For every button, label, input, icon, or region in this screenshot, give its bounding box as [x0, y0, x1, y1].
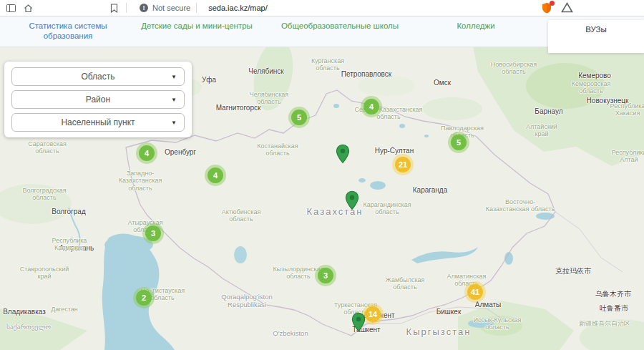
map-label-city: Волгоград	[52, 208, 85, 216]
bookmark-icon[interactable]	[107, 1, 120, 14]
chevron-down-icon: ▼	[171, 97, 177, 103]
cluster-marker-yellow[interactable]: 21	[392, 154, 414, 175]
info-icon[interactable]: !	[140, 4, 148, 12]
map-label-city: Петропавловск	[341, 70, 391, 79]
map-label-region: Дагестан	[43, 306, 86, 313]
cluster-marker-green[interactable]: 3	[142, 223, 164, 244]
cluster-marker-yellow[interactable]: 41	[464, 281, 486, 303]
chevron-down-icon: ▼	[171, 120, 177, 126]
security-label[interactable]: Not secure	[152, 4, 190, 12]
map-label-city: Караганда	[413, 186, 447, 195]
cluster-marker-green[interactable]: 3	[315, 265, 336, 286]
map-label-region: Жамбылская область	[379, 276, 432, 291]
map-label-region: Карагандинская область	[354, 201, 420, 216]
settlement-dropdown-label: Населенный пункт	[61, 117, 135, 127]
pin-marker[interactable]	[351, 312, 366, 332]
map-label-region: Республика Калмыкия	[40, 237, 99, 252]
extension-badge	[550, 1, 555, 6]
map-label-city: Нур-Султан	[375, 147, 414, 155]
browser-chrome: ! Not secure seda.iac.kz/map/	[0, 0, 644, 16]
district-dropdown-label: Район	[86, 94, 110, 104]
cluster-count: 41	[467, 284, 483, 300]
cluster-marker-green[interactable]: 4	[361, 96, 382, 117]
map-label-city: Барнаул	[535, 107, 562, 116]
tab-label: ВУЗы	[585, 25, 607, 34]
map-label-region: Республика Алтай	[604, 149, 644, 164]
settlement-dropdown[interactable]: Населенный пункт ▼	[11, 113, 185, 132]
map-label-region: Республика Хакасия	[601, 102, 644, 117]
map-label-foreign: O'zbekiston	[273, 330, 308, 338]
tab-label: Детские сады и мини-центры	[141, 21, 253, 30]
map-label-region: Курганская область	[303, 57, 353, 72]
map-filter-panel: Область ▼ Район ▼ Населенный пункт ▼	[4, 62, 192, 137]
url-text[interactable]: seda.iac.kz/map/	[208, 4, 268, 12]
map-canvas[interactable]: УфаЧелябинскПетропавловскОмскКемеровоНов…	[0, 0, 644, 350]
chevron-down-icon: ▼	[171, 74, 177, 80]
map-label-region: Волгоградская область	[14, 187, 75, 202]
map-label-city: 吐鲁番市	[600, 304, 628, 313]
map-label-region: Алтайский край	[520, 123, 563, 138]
cluster-count: 4	[208, 167, 223, 183]
cluster-count: 21	[395, 157, 411, 172]
address-divider	[126, 3, 127, 13]
adblock-shield-icon[interactable]	[541, 2, 552, 14]
cluster-count: 5	[291, 110, 307, 125]
sidebar-icon[interactable]	[4, 1, 17, 14]
cluster-marker-green[interactable]: 5	[448, 132, 469, 153]
cluster-marker-green[interactable]: 4	[205, 165, 226, 186]
address-divider	[196, 3, 197, 13]
map-label-region: Восточно-Казахстанская область	[484, 198, 556, 213]
map-label-foreign: Qoraqalpog'iston Respublikasi	[208, 293, 286, 309]
tab-colleges[interactable]: Колледжи	[440, 21, 512, 31]
map-label-region: 新疆维吾尔自治区	[579, 320, 630, 327]
map-label-city: Владикавказ	[3, 308, 46, 316]
map-label-region: Саратовская область	[19, 140, 75, 155]
cluster-marker-green[interactable]: 5	[288, 107, 310, 128]
map-label-city: 克拉玛依市	[555, 267, 591, 276]
region-dropdown-label: Область	[81, 72, 114, 82]
map-label-region: Иссык-Кульская область	[464, 316, 532, 331]
tab-universities-active[interactable]: ВУЗы	[548, 20, 644, 53]
tab-label: Колледжи	[457, 21, 494, 30]
map-label-city: Бишкек	[436, 308, 462, 316]
map-label-city: 乌鲁木齐市	[595, 290, 631, 298]
site-nav-bar: Статистика системы образования Детские с…	[0, 16, 644, 47]
map-label-region: Челябинская область	[240, 91, 298, 106]
district-dropdown[interactable]: Район ▼	[11, 90, 185, 109]
cluster-count: 3	[145, 225, 161, 241]
region-dropdown[interactable]: Область ▼	[11, 67, 185, 86]
pin-marker[interactable]	[345, 190, 359, 210]
tab-kindergartens[interactable]: Детские сады и мини-центры	[140, 21, 254, 31]
cluster-marker-green[interactable]: 2	[133, 287, 155, 308]
map-label-foreign: საქართველო	[6, 324, 51, 331]
map-label-region: Кемеровская область	[562, 80, 620, 95]
cluster-count: 2	[136, 290, 152, 306]
tab-label: Статистика системы образования	[29, 21, 107, 40]
map-marker-layer: УфаЧелябинскПетропавловскОмскКемеровоНов…	[0, 0, 644, 350]
map-label-region: Актюбинская область	[212, 208, 270, 223]
map-label-city: Кемерово	[578, 72, 611, 80]
map-label-city: Оренбург	[165, 148, 196, 157]
page: УфаЧелябинскПетропавловскОмскКемеровоНов…	[0, 0, 644, 350]
map-label-city: Челябинск	[248, 67, 283, 76]
tab-education-statistics[interactable]: Статистика системы образования	[21, 21, 114, 42]
extension-triangle-icon[interactable]	[561, 4, 572, 13]
map-label-city: Астрахань	[59, 244, 94, 253]
map-label-country: Кыргызстан	[406, 327, 472, 338]
cluster-count: 3	[318, 268, 333, 283]
map-label-region: Новосибирская область	[480, 61, 548, 76]
map-label-city: Омск	[434, 79, 451, 87]
map-label-region: Западно-Казахстанская область	[107, 170, 175, 192]
map-label-city: Магнитогорск	[216, 104, 261, 112]
map-label-city: Уфа	[202, 76, 216, 84]
home-icon[interactable]	[21, 1, 34, 14]
cluster-marker-green[interactable]: 4	[136, 142, 157, 164]
pin-marker[interactable]	[336, 144, 350, 164]
map-label-city: Новокузнецк	[587, 97, 629, 105]
map-label-region: Ставропольский край	[14, 266, 75, 281]
map-label-region: Костанайская область	[248, 142, 307, 157]
tab-label: Общеобразовательные школы	[281, 21, 399, 30]
tab-schools[interactable]: Общеобразовательные школы	[275, 21, 404, 31]
cluster-count: 4	[364, 99, 379, 115]
cluster-count: 4	[139, 145, 155, 161]
